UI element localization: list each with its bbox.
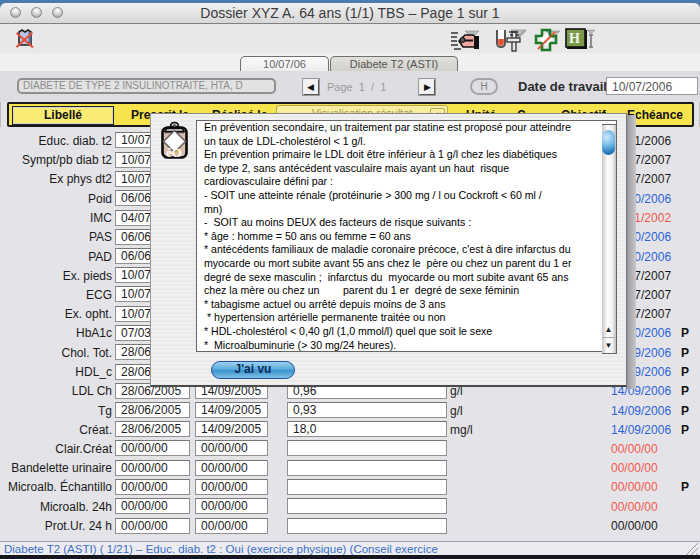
svg-text:éO: éO	[166, 145, 182, 159]
svg-text:H: H	[569, 31, 580, 46]
